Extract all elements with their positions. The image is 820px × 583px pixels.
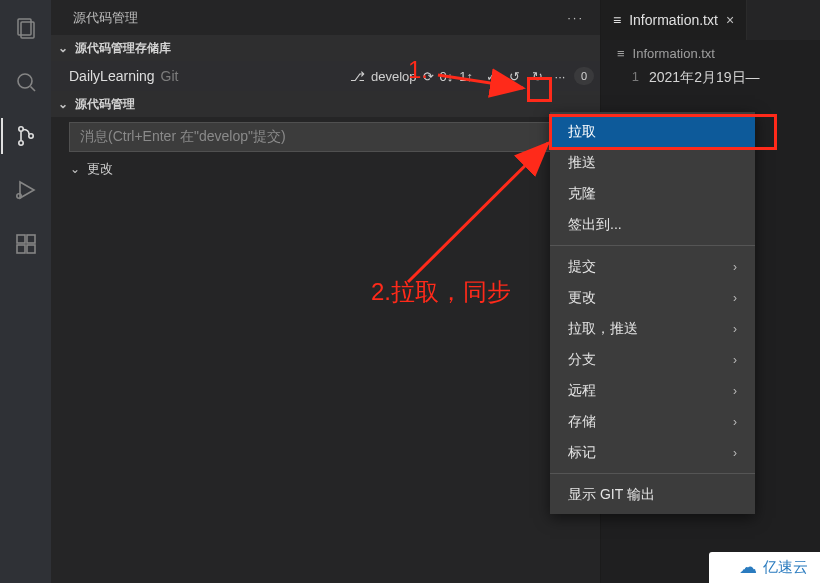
scm-header-more-icon[interactable]: ··· bbox=[567, 10, 584, 25]
menu-item-label: 显示 GIT 输出 bbox=[568, 486, 655, 504]
menu-item[interactable]: 更改› bbox=[550, 282, 755, 313]
menu-item-label: 推送 bbox=[568, 154, 596, 172]
menu-item[interactable]: 提交› bbox=[550, 251, 755, 282]
menu-item[interactable]: 签出到... bbox=[550, 209, 755, 240]
menu-item[interactable]: 标记› bbox=[550, 437, 755, 468]
chevron-right-icon: › bbox=[733, 353, 737, 367]
repo-status: ⎇ develop ⟳ 0↓ 1↑ bbox=[350, 69, 473, 84]
svg-point-5 bbox=[18, 141, 22, 145]
commit-check-icon[interactable]: ✓ bbox=[483, 68, 499, 84]
editor-tab[interactable]: ≡ Information.txt × bbox=[601, 0, 747, 40]
chevron-right-icon: › bbox=[733, 446, 737, 460]
chevron-down-icon: ⌄ bbox=[57, 41, 69, 55]
menu-item-label: 拉取 bbox=[568, 123, 596, 141]
svg-point-4 bbox=[18, 127, 22, 131]
scm-section-label: 源代码管理 bbox=[75, 96, 135, 113]
incoming-count: 0↓ bbox=[440, 69, 454, 84]
file-icon: ≡ bbox=[617, 46, 625, 61]
editor-body[interactable]: 1 2021年2月19日— bbox=[601, 66, 820, 88]
breadcrumb-text: Information.txt bbox=[633, 46, 715, 61]
history-icon[interactable]: ↺ bbox=[506, 68, 522, 84]
commit-message-input[interactable]: 消息(Ctrl+Enter 在"develop"提交) bbox=[69, 122, 592, 152]
menu-separator bbox=[550, 245, 755, 246]
scm-panel: 源代码管理 ··· ⌄ 源代码管理存储库 DailyLearning Git ⎇… bbox=[51, 0, 601, 583]
menu-item[interactable]: 存储› bbox=[550, 406, 755, 437]
repo-name: DailyLearning bbox=[69, 68, 155, 84]
sync-icon[interactable]: ⟳ bbox=[423, 69, 434, 84]
menu-item-label: 签出到... bbox=[568, 216, 622, 234]
menu-item-label: 拉取，推送 bbox=[568, 320, 638, 338]
watermark: ☁ 亿速云 bbox=[709, 552, 820, 583]
repo-provider: Git bbox=[161, 68, 179, 84]
code-line: 2021年2月19日— bbox=[649, 66, 760, 88]
scm-context-menu: 拉取推送克隆签出到...提交›更改›拉取，推送›分支›远程›存储›标记›显示 G… bbox=[550, 112, 755, 514]
repo-more-button[interactable]: ··· bbox=[552, 68, 568, 84]
file-icon: ≡ bbox=[613, 12, 621, 28]
changes-label: 更改 bbox=[87, 160, 113, 178]
menu-item-label: 存储 bbox=[568, 413, 596, 431]
menu-item-label: 远程 bbox=[568, 382, 596, 400]
menu-item[interactable]: 克隆 bbox=[550, 178, 755, 209]
menu-separator bbox=[550, 473, 755, 474]
commit-placeholder: 消息(Ctrl+Enter 在"develop"提交) bbox=[80, 128, 286, 146]
chevron-down-icon: ⌄ bbox=[57, 97, 69, 111]
tab-bar: ≡ Information.txt × bbox=[601, 0, 820, 40]
menu-item-label: 克隆 bbox=[568, 185, 596, 203]
explorer-icon[interactable] bbox=[12, 14, 40, 42]
svg-rect-11 bbox=[27, 245, 35, 253]
scm-panel-header: 源代码管理 ··· bbox=[51, 0, 600, 35]
svg-rect-10 bbox=[17, 245, 25, 253]
svg-line-3 bbox=[30, 87, 35, 92]
menu-item-label: 标记 bbox=[568, 444, 596, 462]
more-dots-icon: ··· bbox=[552, 68, 568, 84]
chevron-right-icon: › bbox=[733, 415, 737, 429]
chevron-right-icon: › bbox=[733, 291, 737, 305]
svg-point-2 bbox=[18, 74, 32, 88]
cloud-icon: ☁ bbox=[739, 556, 757, 578]
menu-item[interactable]: 拉取 bbox=[550, 116, 755, 147]
chevron-right-icon: › bbox=[733, 260, 737, 274]
breadcrumb[interactable]: ≡ Information.txt bbox=[601, 40, 820, 66]
activity-bar bbox=[0, 0, 51, 583]
chevron-down-icon: ⌄ bbox=[69, 162, 81, 176]
menu-item[interactable]: 显示 GIT 输出 bbox=[550, 479, 755, 510]
scm-repos-label: 源代码管理存储库 bbox=[75, 40, 171, 57]
chevron-right-icon: › bbox=[733, 322, 737, 336]
changes-section[interactable]: ⌄ 更改 bbox=[51, 157, 600, 181]
scm-section[interactable]: ⌄ 源代码管理 bbox=[51, 91, 600, 117]
scm-title: 源代码管理 bbox=[73, 9, 138, 27]
menu-item[interactable]: 远程› bbox=[550, 375, 755, 406]
search-icon[interactable] bbox=[12, 68, 40, 96]
watermark-text: 亿速云 bbox=[763, 558, 808, 577]
svg-rect-9 bbox=[17, 235, 25, 243]
refresh-icon[interactable]: ↻ bbox=[529, 68, 545, 84]
extensions-icon[interactable] bbox=[12, 230, 40, 258]
menu-item[interactable]: 拉取，推送› bbox=[550, 313, 755, 344]
source-control-icon[interactable] bbox=[12, 122, 40, 150]
outgoing-count: 1↑ bbox=[459, 69, 473, 84]
branch-name: develop bbox=[371, 69, 417, 84]
svg-marker-7 bbox=[20, 182, 34, 198]
repo-row[interactable]: DailyLearning Git ⎇ develop ⟳ 0↓ 1↑ ✓ ↺ … bbox=[51, 61, 600, 91]
close-icon[interactable]: × bbox=[726, 12, 734, 28]
menu-item[interactable]: 分支› bbox=[550, 344, 755, 375]
svg-rect-12 bbox=[27, 235, 35, 243]
changes-badge: 0 bbox=[574, 67, 594, 85]
line-number: 1 bbox=[601, 66, 649, 88]
menu-item-label: 更改 bbox=[568, 289, 596, 307]
tab-title: Information.txt bbox=[629, 12, 718, 28]
scm-repos-section[interactable]: ⌄ 源代码管理存储库 bbox=[51, 35, 600, 61]
svg-point-8 bbox=[16, 194, 20, 198]
menu-item[interactable]: 推送 bbox=[550, 147, 755, 178]
branch-icon: ⎇ bbox=[350, 69, 365, 84]
chevron-right-icon: › bbox=[733, 384, 737, 398]
run-debug-icon[interactable] bbox=[12, 176, 40, 204]
menu-item-label: 分支 bbox=[568, 351, 596, 369]
menu-item-label: 提交 bbox=[568, 258, 596, 276]
